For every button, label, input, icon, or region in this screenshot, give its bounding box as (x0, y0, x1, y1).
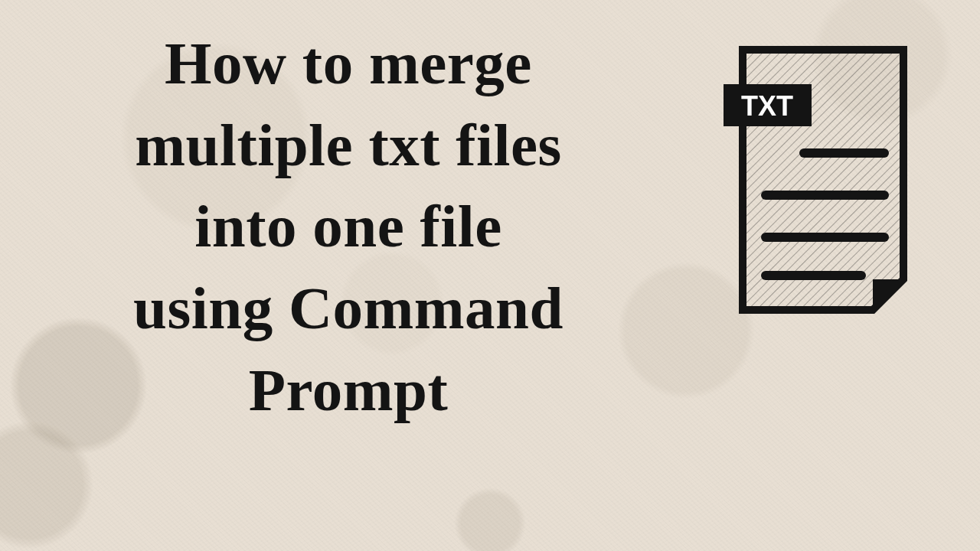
title-line-3: into one file (50, 186, 647, 268)
title-line-4: using Command (50, 268, 647, 350)
title-line-5: Prompt (50, 350, 647, 432)
txt-file-icon: TXT (712, 42, 926, 318)
title-line-2: multiple txt files (50, 105, 647, 187)
title-line-1: How to merge (50, 23, 647, 105)
slide-content: How to merge multiple txt files into one… (0, 0, 980, 551)
txt-badge-text: TXT (741, 90, 793, 122)
slide-title: How to merge multiple txt files into one… (50, 23, 647, 431)
